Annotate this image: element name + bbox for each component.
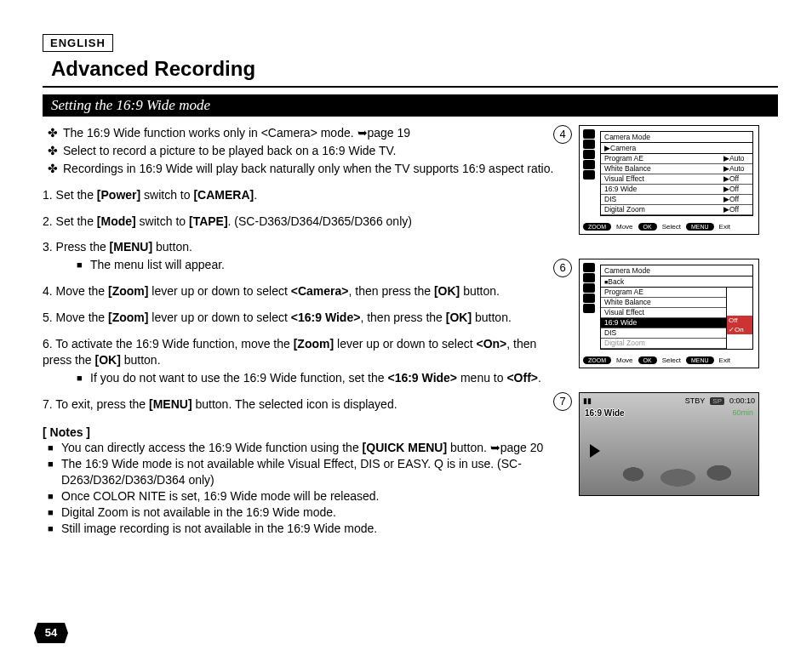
step-7: 7. To exit, press the [MENU] button. The… (43, 396, 558, 413)
menu-title: Camera Mode (601, 132, 752, 143)
step-1: 1. Set the [Power] switch to [CAMERA]. (43, 187, 558, 203)
notes-heading: [ Notes ] (43, 425, 558, 441)
step-3-sub: The menu list will appear. (90, 257, 225, 273)
page-number: 54 (34, 623, 68, 643)
menu-category: ▶Camera (601, 143, 752, 154)
step-6-sub: If you do not want to use the 16:9 Wide … (90, 370, 541, 386)
battery-icon: ▮▮ (583, 396, 592, 405)
side-icons (583, 129, 595, 180)
option-off: Off (727, 316, 752, 325)
diagram-column: 4 Camera Mode ▶Camera Program AE▶Auto Wh… (574, 125, 778, 537)
sp-badge: SP (710, 397, 724, 405)
note-line: Once COLOR NITE is set, 16:9 Wide mode w… (61, 488, 379, 505)
stby-label: STBY (685, 396, 706, 405)
menu-screen-6: Camera Mode ■ Back Program AE White Bala… (579, 259, 759, 368)
diagram-step-label: 7 (553, 392, 572, 411)
title-rule (43, 86, 778, 88)
note-line: The 16:9 Wide mode is not available whil… (61, 456, 558, 488)
menu-back: ■ Back (601, 276, 752, 288)
diagram-step-label: 6 (553, 259, 572, 277)
diagram-step-label: 4 (553, 125, 572, 144)
page-title: Advanced Recording (51, 57, 778, 81)
note-line: Still image recording is not available i… (61, 521, 377, 537)
step-6: 6. To activate the 16:9 Wide function, m… (43, 336, 558, 368)
language-tag: ENGLISH (43, 34, 113, 52)
body-column: ✤The 16:9 Wide function works only in <C… (43, 125, 558, 537)
step-4: 4. Move the [Zoom] lever up or down to s… (43, 283, 558, 299)
option-on: ✓On (727, 325, 752, 334)
step-5: 5. Move the [Zoom] lever up or down to s… (43, 310, 558, 326)
menu-screen-4: Camera Mode ▶Camera Program AE▶Auto Whit… (579, 125, 759, 235)
remain-time: 60min (732, 408, 753, 417)
note-line: You can directly access the 16:9 Wide fu… (61, 440, 543, 456)
preview-screen-7: ▮▮ STBY SP 0:00:10 16:9 Wide 60min (579, 392, 759, 496)
section-heading: Setting the 16:9 Wide mode (43, 94, 778, 117)
play-icon (590, 444, 600, 458)
time-counter: 0:00:10 (729, 396, 755, 405)
step-2: 2. Set the [Mode] switch to [TAPE]. (SC-… (43, 214, 558, 230)
preview-image (580, 425, 758, 495)
intro-line: Recordings in 16:9 Wide will play back n… (63, 161, 553, 177)
wide-indicator: 16:9 Wide (585, 408, 625, 418)
step-3: 3. Press the [MENU] button. (43, 239, 558, 255)
menu-title: Camera Mode (601, 265, 752, 276)
intro-line: The 16:9 Wide function works only in <Ca… (63, 125, 410, 141)
side-icons (583, 263, 595, 313)
note-line: Digital Zoom is not available in the 16:… (61, 505, 336, 521)
intro-line: Select to record a picture to be played … (63, 143, 396, 159)
menu-footer: ZOOMMove OKSelect MENUExit (580, 219, 758, 234)
menu-footer: ZOOMMove OKSelect MENUExit (580, 353, 758, 368)
